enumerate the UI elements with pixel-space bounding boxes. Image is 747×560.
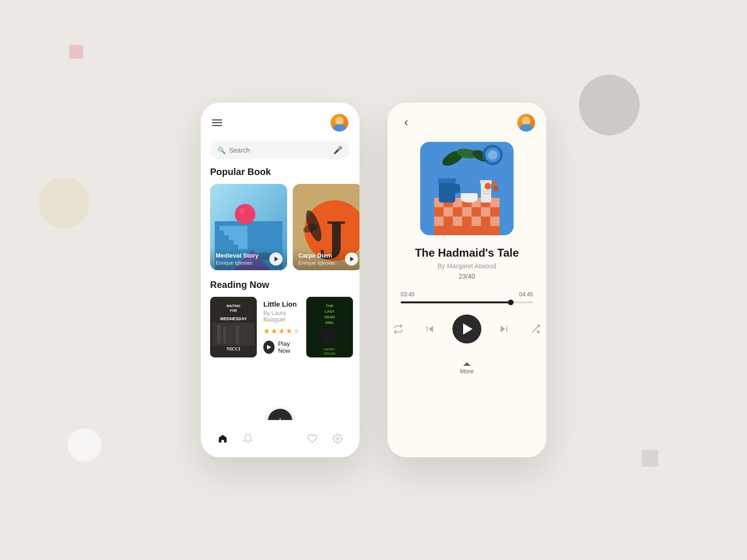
svg-rect-57: [461, 193, 478, 200]
svg-rect-59: [480, 180, 492, 184]
progress-fill: [401, 301, 511, 303]
svg-marker-72: [429, 326, 433, 333]
progress-bar[interactable]: [401, 301, 533, 303]
svg-rect-25: [242, 323, 247, 343]
star-4: ★: [286, 327, 292, 336]
hadmaid-cover-art: [420, 142, 514, 235]
play-now-button[interactable]: Play Now: [263, 340, 300, 354]
repeat-button[interactable]: [389, 320, 408, 338]
hamburger-line-3: [212, 125, 222, 126]
nav-favorites[interactable]: [307, 434, 317, 444]
hamburger-line-1: [212, 119, 222, 120]
last-dead-girl-cover[interactable]: THE LAST DEAD GIRL HARRY DOLAN: [306, 297, 353, 357]
avatar-body: [333, 124, 345, 132]
svg-text:DEAD: DEAD: [324, 315, 335, 319]
left-phone: 🔍 🎤 Popular Book: [201, 103, 359, 457]
svg-rect-23: [229, 324, 233, 343]
book-main-title: The Hadmaid's Tale: [388, 246, 546, 259]
total-time: 04:45: [519, 291, 533, 298]
reading-now-list: WAITING FOR WEDNESDAY NICCI: [201, 297, 359, 357]
medieval-play-button[interactable]: [269, 252, 282, 266]
reading-section-title: Reading Now: [201, 280, 359, 297]
popular-section-title: Popular Book: [201, 167, 359, 184]
prev-button[interactable]: [421, 320, 439, 338]
popular-books-list: Medieval Story Enrique Iglesias J: [201, 184, 359, 280]
next-button[interactable]: [494, 320, 513, 338]
book-card-carpe[interactable]: J Carpe Diem Enrique Iglesias: [293, 184, 359, 270]
svg-rect-22: [223, 327, 226, 343]
play-now-label: Play Now: [278, 340, 300, 354]
svg-rect-3: [224, 231, 247, 235]
search-icon: 🔍: [218, 147, 226, 154]
svg-point-34: [326, 327, 333, 336]
svg-rect-48: [481, 207, 490, 217]
svg-rect-49: [434, 217, 444, 226]
book-main-author: By Margaret Atwood: [388, 262, 546, 270]
progress-handle[interactable]: [508, 300, 514, 305]
svg-marker-74: [501, 326, 505, 333]
book-card-medieval[interactable]: Medieval Story Enrique Iglesias: [210, 184, 287, 270]
svg-text:DOLAN: DOLAN: [324, 352, 335, 355]
search-bar[interactable]: 🔍 🎤: [210, 141, 350, 159]
current-time: 03:45: [401, 291, 415, 298]
home-icon: [218, 434, 228, 444]
nav-settings[interactable]: [332, 434, 343, 444]
svg-rect-5: [233, 240, 247, 245]
gear-icon: [332, 434, 343, 444]
back-button[interactable]: [399, 115, 414, 130]
mic-icon[interactable]: 🎤: [333, 146, 343, 154]
svg-point-7: [235, 204, 255, 224]
svg-rect-55: [454, 184, 460, 193]
svg-rect-2: [219, 226, 247, 231]
svg-text:WEDNESDAY: WEDNESDAY: [220, 316, 247, 321]
back-chevron-icon: [402, 118, 411, 127]
phones-container: 🔍 🎤 Popular Book: [201, 103, 546, 457]
svg-text:HARRY: HARRY: [324, 348, 336, 351]
search-input[interactable]: [229, 147, 330, 154]
svg-rect-47: [462, 207, 472, 217]
nav-home[interactable]: [218, 434, 228, 444]
right-phone: The Hadmaid's Tale By Margaret Atwood 23…: [388, 103, 546, 457]
svg-point-71: [493, 186, 499, 191]
star-1: ★: [263, 327, 270, 336]
right-avatar-body: [520, 124, 532, 132]
bottom-nav: [201, 420, 359, 457]
svg-point-68: [488, 150, 497, 160]
svg-text:GIRL: GIRL: [325, 321, 334, 325]
little-lion-info: Little Lion By Laura Balaguer ★ ★ ★ ★ ★ …: [263, 300, 300, 354]
nav-notifications[interactable]: [243, 434, 253, 444]
shuffle-button[interactable]: [526, 320, 545, 338]
svg-rect-62: [483, 193, 489, 194]
play-circle-icon: [263, 341, 275, 354]
deco-gray-circle: [579, 75, 640, 135]
svg-point-8: [240, 208, 245, 214]
svg-point-69: [485, 183, 491, 189]
play-main-button[interactable]: [452, 315, 481, 343]
svg-rect-24: [236, 326, 239, 343]
right-avatar-inner: [517, 114, 535, 132]
left-phone-header: [201, 103, 359, 137]
carpe-play-button[interactable]: [345, 252, 358, 266]
svg-rect-51: [472, 217, 481, 226]
svg-rect-50: [453, 217, 462, 226]
svg-text:LAST: LAST: [325, 309, 335, 314]
right-avatar[interactable]: [517, 114, 535, 132]
svg-text:NICCI: NICCI: [226, 346, 240, 351]
avatar[interactable]: [331, 114, 348, 132]
svg-rect-46: [444, 207, 453, 217]
svg-rect-61: [483, 190, 489, 191]
svg-rect-54: [438, 178, 456, 183]
svg-rect-21: [217, 325, 221, 343]
player-times: 03:45 04:45: [388, 291, 546, 298]
star-5: ★: [293, 327, 300, 336]
player-controls: [388, 315, 546, 343]
little-lion-cover[interactable]: WAITING FOR WEDNESDAY NICCI: [210, 297, 257, 357]
svg-point-70: [492, 181, 496, 185]
deco-cream-circle: [38, 177, 90, 229]
svg-text:THE: THE: [326, 304, 334, 308]
book-cover-large: [420, 142, 514, 235]
more-label: More: [460, 368, 474, 375]
more-section[interactable]: More: [388, 362, 546, 375]
menu-button[interactable]: [212, 119, 222, 126]
book-progress: 23/40: [388, 273, 546, 280]
